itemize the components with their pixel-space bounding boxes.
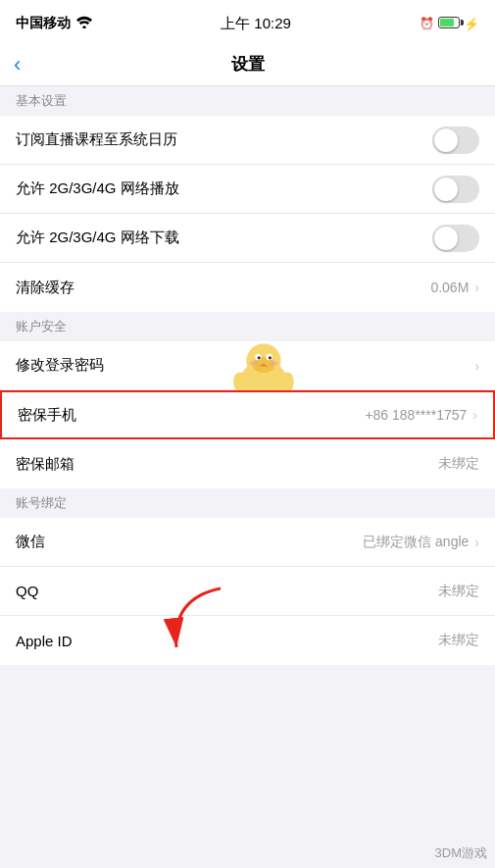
item-right [432,127,479,154]
item-right: 未绑定 [438,583,479,600]
list-item[interactable]: 订阅直播课程至系统日历 [0,116,495,165]
toggle-subscribe[interactable] [432,127,479,154]
item-value: 0.06M [430,280,469,295]
item-right: 已绑定微信 angle › [363,534,479,551]
toggle-download[interactable] [432,225,479,252]
account-binding-section: 微信 已绑定微信 angle › QQ 未绑定 Apple ID 未绑定 [0,518,495,665]
apple-id-value: 未绑定 [438,632,479,649]
item-right [432,225,479,252]
chevron-icon: › [474,535,479,550]
item-label: Apple ID [16,633,73,649]
content-area: 基本设置 订阅直播课程至系统日历 允许 2G/3G/4G 网络播放 允许 2G/… [0,86,495,665]
security-phone-item[interactable]: 密保手机 +86 188****1757 › [0,390,495,439]
qq-item[interactable]: QQ 未绑定 [0,567,495,616]
alarm-icon: ⏰ [420,17,434,30]
status-icons: ⏰ ⚡ [420,17,479,31]
phone-value: +86 188****1757 [365,407,467,423]
section-header-binding: 账号绑定 [0,488,495,518]
back-button[interactable]: ‹ [14,54,21,76]
carrier-name: 中国移动 [16,15,71,32]
svg-point-0 [82,26,85,28]
watermark: 3DM游戏 [435,844,487,862]
toggle-play[interactable] [432,176,479,203]
wechat-item[interactable]: 微信 已绑定微信 angle › [0,518,495,567]
chevron-icon: › [472,407,477,423]
item-label: 微信 [16,533,45,551]
status-bar: 中国移动 上午 10:29 ⏰ ⚡ [0,0,495,43]
basic-settings-section: 订阅直播课程至系统日历 允许 2G/3G/4G 网络播放 允许 2G/3G/4G… [0,116,495,312]
account-security-section: 修改登录密码 › 密保手机 +86 188****1757 › 密保邮箱 未绑定 [0,341,495,488]
item-label: QQ [16,583,38,599]
email-value: 未绑定 [438,455,479,473]
item-label: 密保邮箱 [16,455,74,474]
item-right [432,176,479,203]
page-title: 设置 [231,53,265,76]
change-password-item[interactable]: 修改登录密码 › [0,341,495,390]
chevron-icon: › [474,280,479,295]
nav-bar: ‹ 设置 [0,43,495,86]
item-label: 订阅直播课程至系统日历 [16,130,177,149]
chevron-icon: › [474,358,479,374]
charging-icon: ⚡ [464,17,479,31]
item-label: 允许 2G/3G/4G 网络播放 [16,179,179,198]
battery-container [438,17,460,31]
security-email-item[interactable]: 密保邮箱 未绑定 [0,439,495,488]
section-header-basic: 基本设置 [0,86,495,116]
carrier-info: 中国移动 [16,15,92,32]
section-header-security: 账户安全 [0,312,495,341]
item-label: 密保手机 [18,406,76,425]
item-right: 0.06M › [430,280,479,295]
wechat-value: 已绑定微信 angle [363,534,469,551]
status-time: 上午 10:29 [221,15,291,33]
item-label: 允许 2G/3G/4G 网络下载 [16,229,179,247]
list-item[interactable]: 清除缓存 0.06M › [0,263,495,312]
item-right: 未绑定 [438,455,479,473]
list-item[interactable]: 允许 2G/3G/4G 网络播放 [0,165,495,214]
item-right: +86 188****1757 › [365,407,477,423]
qq-value: 未绑定 [438,583,479,600]
item-label: 修改登录密码 [16,356,104,375]
item-right: 未绑定 [438,632,479,649]
apple-id-item[interactable]: Apple ID 未绑定 [0,616,495,665]
list-item[interactable]: 允许 2G/3G/4G 网络下载 [0,214,495,263]
item-right: › [474,358,479,374]
wifi-icon [76,16,92,31]
item-label: 清除缓存 [16,279,74,297]
